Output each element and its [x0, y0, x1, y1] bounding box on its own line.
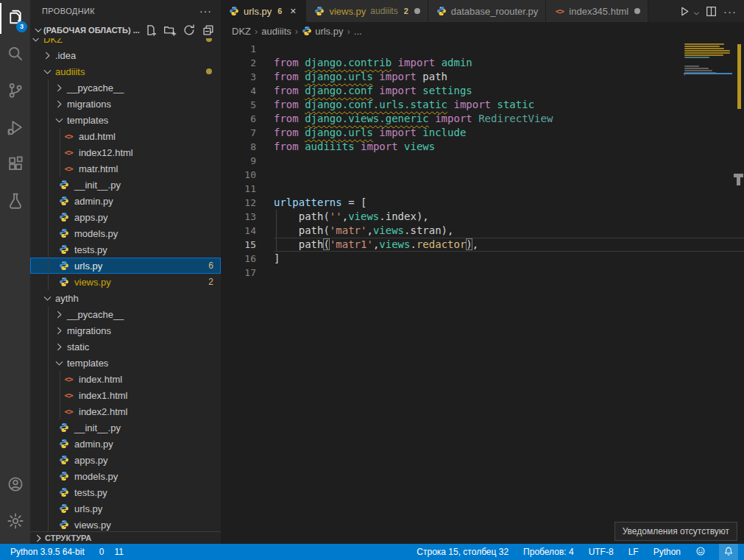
tree-item-models-py[interactable]: models.py	[30, 468, 221, 484]
tree-item-apps-py[interactable]: apps.py	[30, 452, 221, 468]
tree-item--pycache-[interactable]: __pycache__	[30, 306, 221, 322]
tree-item-aud-html[interactable]: <>aud.html	[30, 128, 221, 144]
tree-item-label: apps.py	[74, 455, 108, 466]
tree-item-aythh[interactable]: aythh	[30, 290, 221, 306]
tree-item-dkz[interactable]: DKZ	[30, 38, 221, 47]
status-python-3-9-5-64-bit[interactable]: Python 3.9.5 64-bit	[9, 544, 86, 560]
minimap-line	[684, 48, 724, 49]
activity-item-testing[interactable]	[0, 184, 30, 221]
tab-views-py[interactable]: views.pyaudiiits2	[306, 0, 428, 22]
tree-item-static[interactable]: static	[30, 339, 221, 355]
minimap-line	[684, 68, 709, 69]
activity-item-search[interactable]	[0, 37, 30, 74]
modified-dot-icon[interactable]	[414, 8, 420, 14]
python-file-icon	[302, 25, 312, 37]
chevron-down-icon	[30, 38, 42, 45]
workspace-section-header[interactable]: (РАБОЧАЯ ОБЛАСТЬ) ...	[30, 22, 221, 38]
tree-item-views-py[interactable]: views.py	[30, 517, 221, 531]
breadcrumb-label: ...	[354, 26, 362, 37]
tree-item-apps-py[interactable]: apps.py	[30, 209, 221, 225]
new-file-icon[interactable]	[144, 24, 157, 37]
tree-item-label: matr.html	[79, 163, 118, 174]
activity-item-settings-gear[interactable]	[0, 504, 30, 541]
status-bell[interactable]	[719, 544, 738, 560]
outline-section-header[interactable]: СТРУКТУРА	[30, 531, 221, 544]
tree-item-urls-py[interactable]: urls.py6	[30, 258, 221, 274]
new-folder-icon[interactable]	[163, 24, 177, 37]
tree-item-label: admin.py	[74, 439, 113, 450]
activity-item-extensions[interactable]	[0, 147, 30, 184]
tree-item-tests-py[interactable]: tests.py	[30, 241, 221, 258]
status-feedback[interactable]	[694, 544, 707, 560]
activity-bar-top: 3	[0, 0, 30, 221]
breadcrumb-separator: ›	[255, 26, 258, 37]
tree-item-migrations[interactable]: migrations	[30, 96, 221, 112]
tree-item-label: templates	[67, 358, 108, 369]
sidebar-more-actions-icon[interactable]: ···	[199, 5, 212, 17]
code-line-10: 10	[221, 168, 744, 182]
breadcrumb-item--[interactable]: ...	[354, 26, 362, 37]
collapse-all-icon[interactable]	[202, 24, 215, 37]
problems-badge: 2	[208, 277, 221, 287]
code-lines: 12from django.contrib import admin3from …	[221, 40, 744, 280]
tree-item--pycache-[interactable]: __pycache__	[30, 79, 221, 96]
overview-ruler[interactable]	[732, 40, 744, 544]
tree-item-migrations[interactable]: migrations	[30, 322, 221, 339]
status-utf-8[interactable]: UTF-8	[587, 544, 615, 560]
modified-dot-icon[interactable]	[634, 8, 640, 14]
status-problems[interactable]: 011	[96, 547, 124, 557]
tree-item-admin-py[interactable]: admin.py	[30, 436, 221, 452]
line-number: 1	[221, 42, 256, 56]
tree-item--init-py[interactable]: __init__.py	[30, 419, 221, 436]
tree-item--init-py[interactable]: __init__.py	[30, 177, 221, 193]
run-dropdown-icon[interactable]	[692, 7, 701, 15]
minimap[interactable]	[684, 41, 732, 130]
python-file-icon	[58, 179, 70, 191]
problems-badge: 6	[208, 260, 221, 271]
tree-item-templates[interactable]: templates	[30, 355, 221, 371]
activity-item-files[interactable]: 3	[0, 0, 30, 37]
tree-item-index12-html[interactable]: <>index12.html	[30, 144, 221, 160]
breadcrumb-item-dkz[interactable]: DKZ	[232, 26, 251, 37]
refresh-icon[interactable]	[183, 24, 196, 37]
line-number: 2	[221, 56, 256, 70]
tree-item-templates[interactable]: templates	[30, 112, 221, 128]
tree-item-label: index12.html	[79, 147, 133, 158]
breadcrumb-item-urls-py[interactable]: urls.py	[302, 25, 343, 37]
code-line-13: 13 path('',views.index),	[221, 210, 744, 224]
tree-item-tests-py[interactable]: tests.py	[30, 484, 221, 500]
tab-database-roouter-py[interactable]: database_roouter.py	[428, 0, 547, 22]
line-number: 13	[221, 210, 256, 224]
breadcrumb-item-audiiits[interactable]: audiiits	[261, 26, 291, 37]
testing-icon	[7, 192, 24, 213]
tree-indent-guide	[48, 306, 49, 531]
code-editor[interactable]: 12from django.contrib import admin3from …	[221, 40, 744, 544]
more-actions-icon[interactable]: ···	[722, 5, 738, 18]
tree-item-index2-html[interactable]: <>index2.html	[30, 403, 221, 419]
python-file-icon	[58, 227, 70, 239]
tree-item-matr-html[interactable]: <>matr.html	[30, 160, 221, 177]
tree-item-index1-html[interactable]: <>index1.html	[30, 387, 221, 403]
tab-index345-html[interactable]: <>index345.html	[546, 0, 648, 22]
tree-item-urls-py[interactable]: urls.py	[30, 500, 221, 517]
tree-item-views-py[interactable]: views.py2	[30, 274, 221, 290]
tree-item-models-py[interactable]: models.py	[30, 225, 221, 241]
run-icon[interactable]	[678, 5, 690, 18]
status-строка-15-столбец-32[interactable]: Строка 15, столбец 32	[415, 544, 510, 560]
close-icon[interactable]: ×	[288, 6, 298, 16]
activity-item-account[interactable]	[0, 467, 30, 504]
breadcrumb-separator: ›	[295, 26, 298, 37]
status-lf[interactable]: LF	[627, 544, 640, 560]
activity-item-run-debug[interactable]	[0, 110, 30, 147]
status-пробелов-4[interactable]: Пробелов: 4	[522, 544, 575, 560]
tree-item-admin-py[interactable]: admin.py	[30, 193, 221, 209]
activity-item-source-control[interactable]	[0, 74, 30, 110]
code-line-11: 11	[221, 182, 744, 196]
tab-urls-py[interactable]: urls.py6×	[221, 0, 306, 22]
tree-item-audiiits[interactable]: audiiits	[30, 63, 221, 79]
tree-item-index-html[interactable]: <>index.html	[30, 371, 221, 387]
status-bar-right: Строка 15, столбец 32Пробелов: 4UTF-8LFP…	[415, 544, 744, 560]
split-editor-icon[interactable]	[705, 5, 718, 18]
status-python[interactable]: Python	[652, 544, 682, 560]
tree-item--idea[interactable]: .idea	[30, 47, 221, 63]
